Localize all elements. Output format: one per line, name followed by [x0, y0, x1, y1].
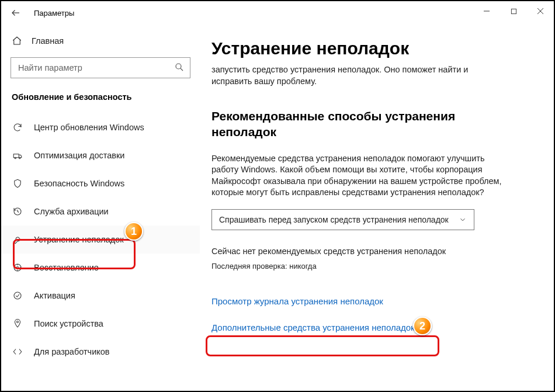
minimize-button[interactable] — [473, 1, 500, 21]
find-device-icon — [12, 318, 23, 329]
developer-icon — [12, 346, 23, 357]
sidebar-item-recovery[interactable]: Восстановление — [1, 254, 200, 282]
svg-point-4 — [176, 64, 181, 69]
home-icon — [12, 36, 22, 46]
link-view-history[interactable]: Просмотр журнала устранения неполадок — [211, 296, 383, 306]
sidebar: Главная Обновление и безопасность Центр … — [1, 25, 200, 391]
home-nav[interactable]: Главная — [1, 28, 200, 54]
sidebar-item-activation[interactable]: Активация — [1, 282, 200, 310]
sidebar-item-backup[interactable]: Служба архивации — [1, 197, 200, 226]
sidebar-nav-list: Центр обновления Windows Оптимизация дос… — [1, 113, 200, 366]
svg-point-12 — [14, 292, 21, 299]
sidebar-item-developers[interactable]: Для разработчиков — [1, 338, 200, 366]
sidebar-item-label: Активация — [34, 291, 75, 300]
dropdown-value: Спрашивать перед запуском средств устран… — [219, 215, 449, 224]
svg-point-13 — [17, 321, 19, 323]
sidebar-item-label: Центр обновления Windows — [34, 123, 144, 132]
sync-icon — [12, 122, 23, 133]
backup-icon — [12, 206, 23, 217]
titlebar: Параметры — [1, 1, 554, 25]
sidebar-item-label: Оптимизация доставки — [34, 151, 124, 160]
section-description: Рекомендуемые средства устранения непола… — [211, 153, 509, 199]
link-additional-troubleshooters[interactable]: Дополнительные средства устранения непол… — [211, 322, 415, 332]
chevron-down-icon — [459, 216, 467, 224]
shield-icon — [12, 178, 23, 189]
sidebar-item-windows-update[interactable]: Центр обновления Windows — [1, 113, 200, 141]
delivery-icon — [12, 150, 23, 161]
sidebar-item-label: Устранение неполадок — [34, 235, 124, 244]
sidebar-section-title: Обновление и безопасность — [1, 84, 200, 110]
status-sub: Последняя проверка: никогда — [211, 262, 530, 270]
wrench-icon — [12, 234, 23, 245]
svg-point-8 — [19, 157, 20, 158]
settings-window: Параметры Главная — [0, 0, 555, 392]
sidebar-item-label: Служба архивации — [34, 207, 109, 216]
svg-line-5 — [181, 68, 183, 71]
sidebar-item-troubleshoot[interactable]: Устранение неполадок — [1, 226, 200, 254]
lead-text: запустить средство устранения неполадок.… — [211, 64, 509, 87]
search-icon — [174, 62, 185, 72]
main-content: Устранение неполадок запустить средство … — [200, 25, 554, 391]
search-field-wrap — [11, 57, 190, 78]
sidebar-item-label: Для разработчиков — [34, 347, 110, 356]
sidebar-item-find-device[interactable]: Поиск устройства — [1, 310, 200, 338]
maximize-button[interactable] — [500, 1, 527, 21]
status-line: Сейчас нет рекомендуемых средств устране… — [211, 247, 530, 256]
svg-rect-6 — [13, 154, 19, 158]
activation-icon — [12, 290, 23, 301]
page-title: Устранение неполадок — [211, 39, 530, 58]
recovery-icon — [12, 262, 23, 273]
home-label: Главная — [32, 36, 64, 46]
close-button[interactable] — [527, 1, 554, 21]
sidebar-item-windows-security[interactable]: Безопасность Windows — [1, 169, 200, 197]
search-input[interactable] — [11, 57, 190, 78]
sidebar-item-delivery-optimization[interactable]: Оптимизация доставки — [1, 141, 200, 169]
back-button[interactable] — [5, 2, 27, 24]
window-title: Параметры — [34, 9, 74, 18]
section-heading: Рекомендованные способы устранения непол… — [211, 108, 509, 140]
svg-rect-1 — [511, 9, 516, 13]
sidebar-item-label: Восстановление — [34, 263, 99, 272]
svg-point-11 — [17, 267, 19, 269]
sidebar-item-label: Безопасность Windows — [34, 179, 124, 188]
svg-point-7 — [15, 157, 16, 158]
troubleshoot-preference-dropdown[interactable]: Спрашивать перед запуском средств устран… — [211, 209, 474, 230]
sidebar-item-label: Поиск устройства — [34, 319, 103, 328]
